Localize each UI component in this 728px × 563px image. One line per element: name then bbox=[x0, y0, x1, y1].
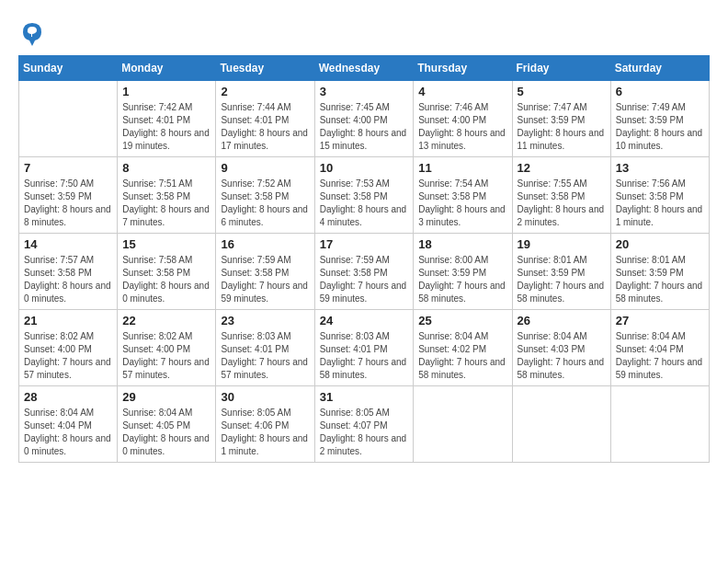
day-header-monday: Monday bbox=[118, 56, 216, 81]
calendar-week-row: 28Sunrise: 8:04 AM Sunset: 4:04 PM Dayli… bbox=[19, 386, 710, 463]
calendar-cell: 12Sunrise: 7:55 AM Sunset: 3:58 PM Dayli… bbox=[512, 157, 610, 234]
calendar-cell: 6Sunrise: 7:49 AM Sunset: 3:59 PM Daylig… bbox=[610, 81, 709, 157]
logo bbox=[18, 18, 50, 46]
calendar-cell: 27Sunrise: 8:04 AM Sunset: 4:04 PM Dayli… bbox=[610, 310, 709, 386]
day-info: Sunrise: 7:42 AM Sunset: 4:01 PM Dayligh… bbox=[122, 101, 210, 153]
calendar-cell: 9Sunrise: 7:52 AM Sunset: 3:58 PM Daylig… bbox=[216, 157, 314, 234]
day-number: 20 bbox=[616, 237, 704, 251]
day-number: 1 bbox=[122, 85, 210, 98]
calendar-header-row: SundayMondayTuesdayWednesdayThursdayFrid… bbox=[19, 56, 710, 81]
logo-icon bbox=[18, 18, 46, 46]
calendar-table: SundayMondayTuesdayWednesdayThursdayFrid… bbox=[18, 55, 710, 463]
day-info: Sunrise: 8:02 AM Sunset: 4:00 PM Dayligh… bbox=[24, 330, 112, 382]
day-info: Sunrise: 8:04 AM Sunset: 4:05 PM Dayligh… bbox=[122, 407, 210, 458]
calendar-cell: 10Sunrise: 7:53 AM Sunset: 3:58 PM Dayli… bbox=[314, 157, 414, 234]
day-info: Sunrise: 7:49 AM Sunset: 3:59 PM Dayligh… bbox=[616, 101, 704, 153]
day-info: Sunrise: 7:52 AM Sunset: 3:58 PM Dayligh… bbox=[221, 178, 309, 229]
calendar-cell: 13Sunrise: 7:56 AM Sunset: 3:58 PM Dayli… bbox=[610, 157, 709, 234]
day-number: 24 bbox=[320, 314, 409, 327]
day-number: 5 bbox=[518, 85, 606, 98]
day-number: 22 bbox=[122, 314, 210, 327]
day-number: 11 bbox=[418, 161, 506, 175]
calendar-cell: 25Sunrise: 8:04 AM Sunset: 4:02 PM Dayli… bbox=[414, 310, 512, 386]
day-number: 8 bbox=[122, 161, 210, 175]
day-info: Sunrise: 7:51 AM Sunset: 3:58 PM Dayligh… bbox=[122, 178, 210, 229]
day-number: 30 bbox=[221, 390, 309, 404]
day-info: Sunrise: 8:04 AM Sunset: 4:04 PM Dayligh… bbox=[24, 407, 112, 458]
calendar-cell: 7Sunrise: 7:50 AM Sunset: 3:59 PM Daylig… bbox=[19, 157, 118, 234]
day-info: Sunrise: 8:02 AM Sunset: 4:00 PM Dayligh… bbox=[122, 330, 210, 382]
day-number: 21 bbox=[24, 314, 112, 327]
day-info: Sunrise: 8:03 AM Sunset: 4:01 PM Dayligh… bbox=[320, 330, 409, 382]
day-number: 13 bbox=[616, 161, 704, 175]
calendar-cell: 16Sunrise: 7:59 AM Sunset: 3:58 PM Dayli… bbox=[216, 234, 314, 310]
day-number: 16 bbox=[221, 237, 309, 251]
day-info: Sunrise: 8:04 AM Sunset: 4:02 PM Dayligh… bbox=[418, 330, 506, 382]
calendar-cell: 18Sunrise: 8:00 AM Sunset: 3:59 PM Dayli… bbox=[414, 234, 512, 310]
day-info: Sunrise: 7:57 AM Sunset: 3:58 PM Dayligh… bbox=[24, 254, 112, 305]
day-header-friday: Friday bbox=[512, 56, 610, 81]
day-header-saturday: Saturday bbox=[610, 56, 709, 81]
calendar-week-row: 7Sunrise: 7:50 AM Sunset: 3:59 PM Daylig… bbox=[19, 157, 710, 234]
day-number: 14 bbox=[24, 237, 112, 251]
day-number: 12 bbox=[518, 161, 606, 175]
day-number: 25 bbox=[418, 314, 506, 327]
day-number: 26 bbox=[518, 314, 606, 327]
calendar-cell: 23Sunrise: 8:03 AM Sunset: 4:01 PM Dayli… bbox=[216, 310, 314, 386]
day-number: 15 bbox=[122, 237, 210, 251]
calendar-week-row: 14Sunrise: 7:57 AM Sunset: 3:58 PM Dayli… bbox=[19, 234, 710, 310]
day-number: 7 bbox=[24, 161, 112, 175]
calendar-week-row: 1Sunrise: 7:42 AM Sunset: 4:01 PM Daylig… bbox=[19, 81, 710, 157]
calendar-cell: 3Sunrise: 7:45 AM Sunset: 4:00 PM Daylig… bbox=[314, 81, 414, 157]
day-info: Sunrise: 7:44 AM Sunset: 4:01 PM Dayligh… bbox=[221, 101, 309, 153]
calendar-cell: 11Sunrise: 7:54 AM Sunset: 3:58 PM Dayli… bbox=[414, 157, 512, 234]
calendar-cell: 31Sunrise: 8:05 AM Sunset: 4:07 PM Dayli… bbox=[314, 386, 414, 463]
calendar-cell: 30Sunrise: 8:05 AM Sunset: 4:06 PM Dayli… bbox=[216, 386, 314, 463]
calendar-cell: 14Sunrise: 7:57 AM Sunset: 3:58 PM Dayli… bbox=[19, 234, 118, 310]
calendar-cell: 5Sunrise: 7:47 AM Sunset: 3:59 PM Daylig… bbox=[512, 81, 610, 157]
day-header-thursday: Thursday bbox=[414, 56, 512, 81]
day-info: Sunrise: 8:05 AM Sunset: 4:07 PM Dayligh… bbox=[320, 407, 409, 458]
calendar-cell: 20Sunrise: 8:01 AM Sunset: 3:59 PM Dayli… bbox=[610, 234, 709, 310]
day-info: Sunrise: 7:55 AM Sunset: 3:58 PM Dayligh… bbox=[518, 178, 606, 229]
calendar-cell: 24Sunrise: 8:03 AM Sunset: 4:01 PM Dayli… bbox=[314, 310, 414, 386]
calendar-week-row: 21Sunrise: 8:02 AM Sunset: 4:00 PM Dayli… bbox=[19, 310, 710, 386]
calendar-cell: 15Sunrise: 7:58 AM Sunset: 3:58 PM Dayli… bbox=[118, 234, 216, 310]
calendar-cell bbox=[19, 81, 118, 157]
day-number: 3 bbox=[320, 85, 409, 98]
day-info: Sunrise: 7:58 AM Sunset: 3:58 PM Dayligh… bbox=[122, 254, 210, 305]
calendar-cell: 17Sunrise: 7:59 AM Sunset: 3:58 PM Dayli… bbox=[314, 234, 414, 310]
day-info: Sunrise: 8:01 AM Sunset: 3:59 PM Dayligh… bbox=[518, 254, 606, 305]
day-number: 28 bbox=[24, 390, 112, 404]
day-number: 10 bbox=[320, 161, 409, 175]
calendar-cell: 8Sunrise: 7:51 AM Sunset: 3:58 PM Daylig… bbox=[118, 157, 216, 234]
calendar-cell: 2Sunrise: 7:44 AM Sunset: 4:01 PM Daylig… bbox=[216, 81, 314, 157]
day-header-tuesday: Tuesday bbox=[216, 56, 314, 81]
day-info: Sunrise: 8:04 AM Sunset: 4:04 PM Dayligh… bbox=[616, 330, 704, 382]
calendar-cell bbox=[414, 386, 512, 463]
day-number: 2 bbox=[221, 85, 309, 98]
calendar-cell: 28Sunrise: 8:04 AM Sunset: 4:04 PM Dayli… bbox=[19, 386, 118, 463]
day-number: 9 bbox=[221, 161, 309, 175]
day-number: 27 bbox=[616, 314, 704, 327]
calendar-cell: 26Sunrise: 8:04 AM Sunset: 4:03 PM Dayli… bbox=[512, 310, 610, 386]
day-number: 17 bbox=[320, 237, 409, 251]
day-info: Sunrise: 8:03 AM Sunset: 4:01 PM Dayligh… bbox=[221, 330, 309, 382]
day-info: Sunrise: 8:04 AM Sunset: 4:03 PM Dayligh… bbox=[518, 330, 606, 382]
calendar-cell: 4Sunrise: 7:46 AM Sunset: 4:00 PM Daylig… bbox=[414, 81, 512, 157]
calendar-cell bbox=[610, 386, 709, 463]
day-info: Sunrise: 7:56 AM Sunset: 3:58 PM Dayligh… bbox=[616, 178, 704, 229]
day-number: 6 bbox=[616, 85, 704, 98]
day-info: Sunrise: 7:47 AM Sunset: 3:59 PM Dayligh… bbox=[518, 101, 606, 153]
day-info: Sunrise: 8:01 AM Sunset: 3:59 PM Dayligh… bbox=[616, 254, 704, 305]
calendar-cell: 19Sunrise: 8:01 AM Sunset: 3:59 PM Dayli… bbox=[512, 234, 610, 310]
day-info: Sunrise: 7:59 AM Sunset: 3:58 PM Dayligh… bbox=[320, 254, 409, 305]
day-number: 18 bbox=[418, 237, 506, 251]
day-info: Sunrise: 7:54 AM Sunset: 3:58 PM Dayligh… bbox=[418, 178, 506, 229]
day-info: Sunrise: 7:53 AM Sunset: 3:58 PM Dayligh… bbox=[320, 178, 409, 229]
day-number: 4 bbox=[418, 85, 506, 98]
day-info: Sunrise: 8:05 AM Sunset: 4:06 PM Dayligh… bbox=[221, 407, 309, 458]
calendar-cell: 29Sunrise: 8:04 AM Sunset: 4:05 PM Dayli… bbox=[118, 386, 216, 463]
day-info: Sunrise: 8:00 AM Sunset: 3:59 PM Dayligh… bbox=[418, 254, 506, 305]
day-number: 23 bbox=[221, 314, 309, 327]
